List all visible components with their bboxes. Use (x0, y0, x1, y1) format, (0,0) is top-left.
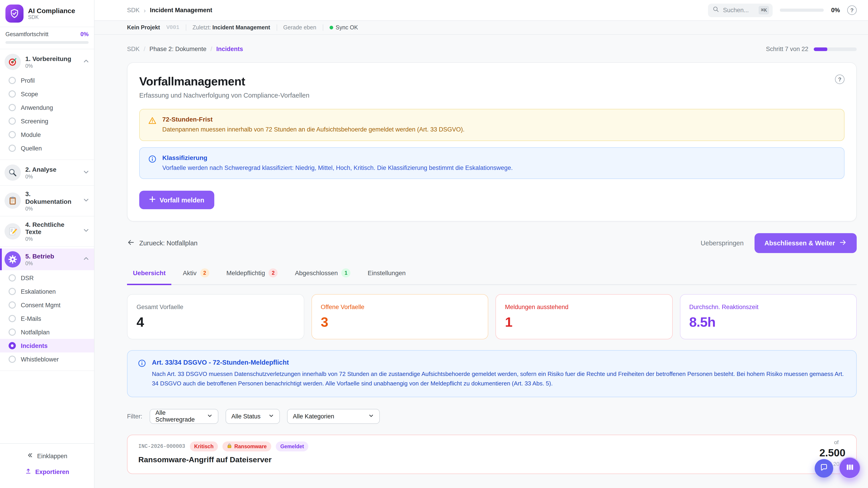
board-columns-fab-button[interactable] (839, 457, 861, 479)
app-logo-row: AI Compliance SDK (0, 0, 94, 27)
shield-logo-icon (5, 4, 24, 22)
warning-triangle-icon (148, 116, 157, 127)
breadcrumb-root[interactable]: SDK (127, 7, 140, 13)
section-percent: 0% (25, 236, 78, 242)
severity-filter-select[interactable]: Alle Schweregrade (150, 409, 218, 424)
incident-id: INC-2026-000003 (138, 443, 185, 449)
section-header-dokumentation[interactable]: 3. Dokumentation 0% (0, 188, 94, 214)
upload-icon (25, 468, 32, 476)
last-label: Zuletzt: (193, 24, 211, 31)
section-header-vorbereitung[interactable]: 1. Vorbereitung 0% (0, 51, 94, 73)
radio-selected-icon (8, 342, 16, 349)
incident-metric-value: 2.500 (819, 447, 845, 459)
sidebar-item-eskalationen[interactable]: Eskalationen (0, 285, 94, 298)
help-icon[interactable]: ? (847, 5, 857, 15)
tab-uebersicht[interactable]: Uebersicht (127, 265, 172, 285)
chevron-down-icon (83, 168, 90, 177)
sidebar-item-quellen[interactable]: Quellen (0, 141, 94, 155)
sidebar-item-notfallplan[interactable]: Notfallplan (0, 325, 94, 339)
tab-meldepflichtig[interactable]: Meldepflichtig2 (220, 265, 283, 285)
section-header-analyse[interactable]: 2. Analyse 0% (0, 162, 94, 184)
warning-title: 72-Stunden-Frist (162, 116, 465, 123)
chevron-down-icon (207, 413, 213, 420)
section-header-rechtliche-texte[interactable]: 4. Rechtliche Texte 0% (0, 218, 94, 245)
wizard-nav-row: Zurueck: Notfallplan Ueberspringen Absch… (127, 233, 857, 253)
stat-cards-row: Gesamt Vorfaelle 4 Offene Vorfaelle 3 Me… (127, 294, 857, 339)
breadcrumb-incidents: Incidents (216, 46, 243, 53)
sidebar-item-screening[interactable]: Screening (0, 114, 94, 128)
export-button[interactable]: Exportieren (0, 464, 94, 480)
header-progress-bar (780, 8, 824, 12)
incident-management-card: Vorfallmanagement ? Erfassung und Nachve… (127, 62, 857, 221)
clipboard-icon (4, 193, 21, 209)
breadcrumb-sdk[interactable]: SDK (127, 46, 140, 53)
sidebar-section-analyse: 2. Analyse 0% (0, 160, 94, 186)
keyboard-shortcut-badge: ⌘K (759, 6, 769, 14)
app-title-block: AI Compliance SDK (28, 7, 75, 20)
back-link[interactable]: Zurueck: Notfallplan (127, 238, 197, 248)
gdpr-body: Nach Art. 33 DSGVO muessen Datenschutzve… (152, 369, 846, 388)
columns-icon (845, 462, 854, 473)
tab-abgeschlossen[interactable]: Abgeschlossen1 (289, 265, 356, 285)
complete-continue-button[interactable]: Abschliessen & Weiter (754, 233, 857, 253)
sidebar-footer: Einklappen Exportieren (0, 443, 94, 488)
page-subtitle: Erfassung und Nachverfolgung von Complia… (139, 92, 844, 99)
sidebar-item-emails[interactable]: E-Mails (0, 312, 94, 325)
arrow-right-icon (839, 238, 847, 248)
status-bar: Kein Projekt V001 Zuletzt:Incident Manag… (94, 21, 868, 35)
radio-icon (8, 90, 16, 98)
skip-link[interactable]: Ueberspringen (701, 239, 744, 247)
incident-metric-label-fragment: of (819, 439, 839, 445)
double-chevron-left-icon (27, 452, 33, 460)
section-percent: 0% (25, 174, 57, 180)
section-percent: 0% (25, 206, 78, 211)
sidebar-sections: 1. Vorbereitung 0% Profil Scope Anwendun… (0, 49, 94, 443)
sidebar-item-consent-mgmt[interactable]: Consent Mgmt (0, 298, 94, 312)
page-title: Vorfallmanagement (139, 74, 245, 89)
chevron-right-separator: › (144, 6, 146, 14)
warning-body: Datenpannen muessen innerhalb von 72 Stu… (162, 125, 465, 134)
filter-row: Filter: Alle Schweregrade Alle Status Al… (127, 409, 857, 424)
sidebar-item-anwendung[interactable]: Anwendung (0, 101, 94, 114)
chat-fab-button[interactable] (815, 459, 833, 478)
radio-icon (8, 104, 16, 111)
radio-icon (8, 315, 16, 322)
filter-label: Filter: (127, 413, 143, 420)
help-icon[interactable]: ? (835, 74, 844, 84)
info-circle-icon (148, 154, 157, 165)
gear-icon (4, 251, 21, 267)
header-breadcrumb: SDK › Incident Management (127, 6, 212, 14)
search-input[interactable]: Suchen... ⌘K (708, 3, 773, 17)
wizard-step-indicator: Schritt 7 von 22 (766, 46, 857, 53)
breadcrumb-phase[interactable]: Phase 2: Dokumente (149, 46, 206, 53)
sync-status: Sync OK (329, 24, 358, 31)
section-percent: 0% (25, 63, 71, 69)
divider (322, 24, 323, 31)
sidebar-item-dsr[interactable]: DSR (0, 271, 94, 285)
report-incident-button[interactable]: Vorfall melden (139, 191, 214, 209)
main-column: SDK › Incident Management Suchen... ⌘K 0… (94, 0, 868, 488)
tab-einstellungen[interactable]: Einstellungen (362, 265, 412, 285)
sidebar-item-module[interactable]: Module (0, 128, 94, 141)
tab-aktiv[interactable]: Aktiv2 (177, 265, 215, 285)
app-title: AI Compliance (28, 7, 75, 15)
section-label: 5. Betrieb (25, 253, 54, 260)
version-tag: V001 (166, 24, 180, 31)
incident-card[interactable]: INC-2026-000003 Kritisch Ransomware Geme… (127, 434, 857, 474)
lock-icon (227, 443, 232, 449)
project-name: Kein Projekt (127, 24, 160, 31)
radio-icon (8, 118, 16, 125)
divider (276, 24, 277, 31)
collapse-sidebar-button[interactable]: Einklappen (0, 448, 94, 464)
severity-badge: Kritisch (190, 441, 218, 451)
sidebar-item-whistleblower[interactable]: Whistleblower (0, 352, 94, 366)
section-header-betrieb[interactable]: 5. Betrieb 0% (0, 249, 94, 270)
sidebar-item-profil[interactable]: Profil (0, 74, 94, 87)
sidebar-item-incidents[interactable]: Incidents (0, 339, 94, 352)
sidebar-item-scope[interactable]: Scope (0, 87, 94, 101)
category-filter-select[interactable]: Alle Kategorien (287, 409, 380, 424)
chevron-down-icon (83, 197, 90, 205)
memo-icon (4, 223, 21, 239)
status-filter-select[interactable]: Alle Status (225, 409, 280, 424)
section-label: 3. Dokumentation (25, 190, 78, 205)
